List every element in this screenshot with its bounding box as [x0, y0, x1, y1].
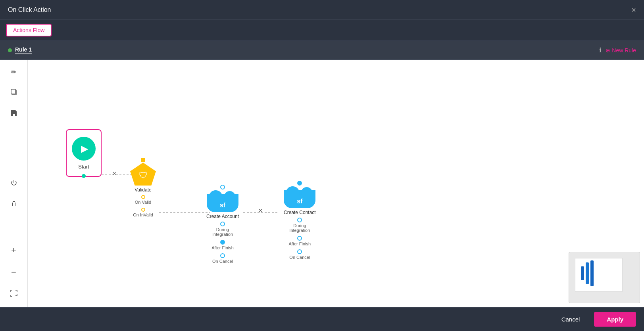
rule-status-dot [8, 48, 12, 52]
account-during-connector: DuringIntegration [212, 222, 233, 237]
contact-after-dot [297, 236, 302, 241]
create-account-label: Create Account [206, 214, 239, 219]
mini-map [569, 252, 640, 303]
close-button[interactable]: × [631, 6, 636, 14]
validate-top-dot [141, 158, 145, 162]
zoom-out-icon[interactable]: − [9, 265, 18, 279]
tabs-bar: Actions Flow [0, 20, 644, 41]
zoom-in-icon[interactable]: + [9, 243, 18, 257]
new-rule-button[interactable]: ⊕ New Rule [606, 47, 636, 54]
contact-after-label: After Finish [289, 241, 311, 246]
mini-map-viewport [575, 258, 623, 292]
validate-shape: 🛡 [130, 163, 156, 186]
rule-label: Rule 1 [15, 46, 32, 54]
fit-icon[interactable] [8, 287, 20, 301]
cancel-button[interactable]: Cancel [552, 312, 590, 327]
contact-during-dot [297, 218, 302, 222]
start-output-dot [82, 174, 86, 178]
create-account-top-dot [220, 185, 225, 189]
validate-node[interactable]: 🛡 Validate On Valid On InValid [130, 158, 156, 217]
account-during-label: DuringIntegration [212, 227, 233, 237]
contact-during-connector: DuringIntegration [289, 218, 310, 233]
contact-during-label: DuringIntegration [289, 223, 310, 233]
svg-rect-1 [11, 89, 15, 94]
account-during-dot [220, 222, 225, 226]
on-invalid-dot [141, 208, 145, 212]
flow-connections [28, 60, 644, 307]
create-contact-node[interactable]: sf Create Contact DuringIntegration Afte… [284, 181, 316, 260]
mini-bar-1 [581, 266, 584, 280]
mini-bar-2 [586, 262, 589, 284]
play-icon: ▶ [81, 143, 88, 154]
power-icon[interactable] [8, 177, 19, 190]
create-account-node[interactable]: sf Create Account DuringIntegration Afte… [206, 185, 239, 264]
start-label: Start [78, 164, 89, 170]
on-valid-label: On Valid [135, 200, 151, 205]
start-node[interactable]: ▶ Start [66, 129, 102, 177]
canvas-area: ✏ [0, 60, 644, 307]
new-rule-icon: ⊕ [606, 47, 610, 54]
edit-icon[interactable]: ✏ [9, 66, 19, 78]
apply-button[interactable]: Apply [594, 312, 636, 327]
validate-icon: 🛡 [139, 170, 148, 181]
validate-invalid-connector: On InValid [133, 208, 153, 217]
left-toolbar: ✏ [0, 60, 28, 307]
modal-footer: Cancel Apply [0, 307, 644, 331]
start-circle: ▶ [72, 137, 96, 161]
account-after-label: After Finish [211, 245, 234, 250]
delete-icon[interactable] [8, 198, 19, 211]
create-contact-top-dot [297, 181, 302, 186]
validate-label: Validate [135, 187, 151, 193]
modal-header: On Click Action × [0, 0, 644, 20]
info-icon: ℹ [599, 46, 602, 54]
on-invalid-label: On InValid [133, 212, 153, 217]
create-contact-cloud: sf [284, 186, 315, 208]
account-after-dot [220, 240, 225, 245]
mini-bar-3 [590, 260, 594, 286]
start-box: ▶ Start [66, 129, 102, 177]
validate-valid-connector: On Valid [135, 195, 151, 205]
account-cancel-dot [220, 253, 225, 258]
contact-cancel-connector: On Cancel [289, 249, 310, 260]
connector-x-1: ✕ [112, 170, 117, 176]
save-icon[interactable] [8, 107, 19, 121]
contact-cancel-dot [297, 249, 302, 254]
account-after-connector: After Finish [211, 240, 234, 250]
new-rule-label: New Rule [612, 47, 636, 54]
rule-right: ℹ ⊕ New Rule [599, 46, 636, 54]
rule-left: Rule 1 [8, 46, 32, 54]
create-contact-label: Create Contact [284, 210, 316, 215]
on-valid-dot [141, 195, 145, 199]
modal-title: On Click Action [8, 6, 51, 13]
account-cancel-label: On Cancel [212, 259, 233, 264]
flow-canvas[interactable]: ▶ Start ✕ 🛡 Validate [28, 60, 644, 307]
contact-cancel-label: On Cancel [289, 255, 310, 260]
actions-flow-tab[interactable]: Actions Flow [6, 24, 52, 36]
contact-after-connector: After Finish [289, 236, 311, 246]
copy-icon[interactable] [8, 86, 19, 99]
rule-bar: Rule 1 ℹ ⊕ New Rule [0, 41, 644, 60]
create-account-cloud: sf [207, 190, 238, 212]
account-cancel-connector: On Cancel [212, 253, 233, 264]
connector-x-2: ✕ [258, 208, 263, 214]
